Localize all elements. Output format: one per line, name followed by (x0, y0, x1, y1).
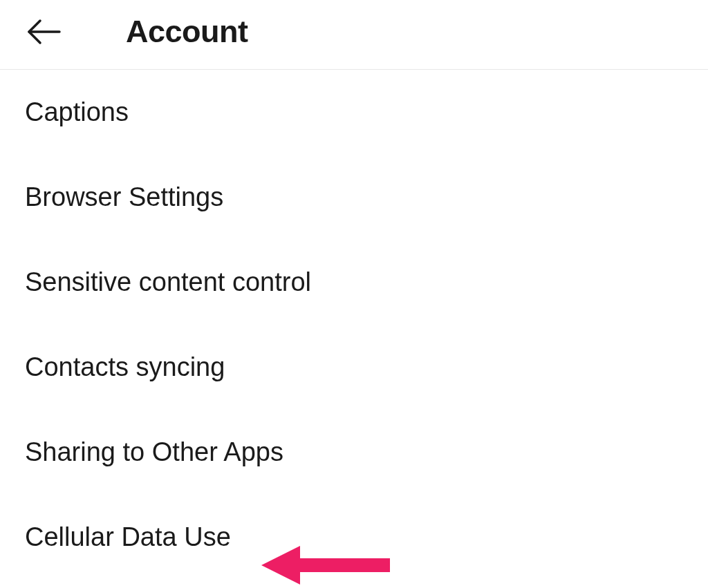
menu-item-label: Sharing to Other Apps (25, 437, 283, 467)
header: Account (0, 0, 708, 70)
menu-item-label: Contacts syncing (25, 352, 225, 382)
menu-item-sharing-to-other-apps[interactable]: Sharing to Other Apps (0, 410, 708, 495)
menu-item-contacts-syncing[interactable]: Contacts syncing (0, 325, 708, 410)
menu-item-label: Sensitive content control (25, 267, 311, 297)
menu-item-label: Captions (25, 97, 129, 127)
menu-item-sensitive-content-control[interactable]: Sensitive content control (0, 240, 708, 325)
menu-item-label: Browser Settings (25, 182, 223, 212)
menu-item-browser-settings[interactable]: Browser Settings (0, 155, 708, 240)
menu-item-label: Cellular Data Use (25, 522, 231, 552)
back-button[interactable] (25, 18, 64, 46)
page-title: Account (126, 14, 248, 50)
menu-item-captions[interactable]: Captions (0, 70, 708, 155)
settings-menu: Captions Browser Settings Sensitive cont… (0, 70, 708, 580)
menu-item-cellular-data-use[interactable]: Cellular Data Use (0, 495, 708, 580)
back-arrow-icon (25, 18, 64, 46)
